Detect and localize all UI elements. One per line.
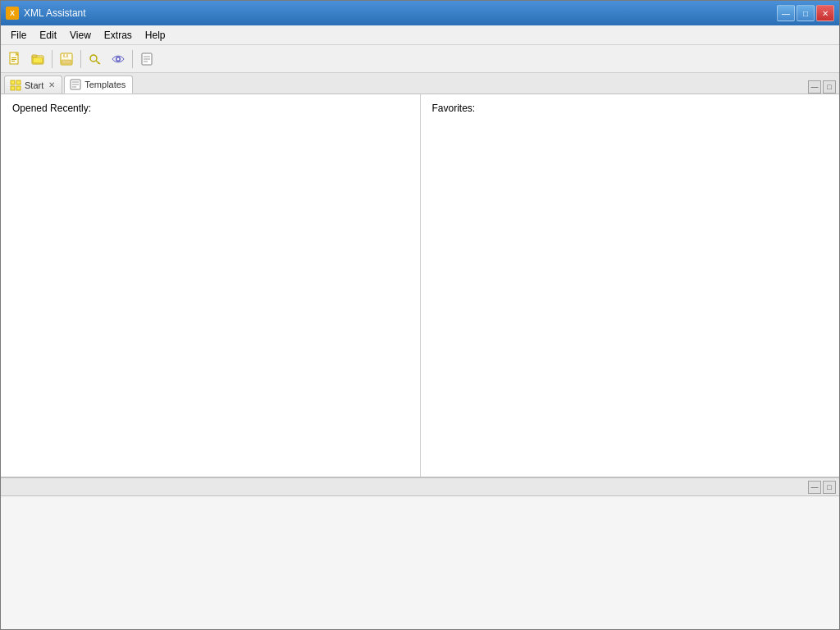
templates-tab-label: Templates [84, 80, 126, 89]
svg-point-11 [90, 55, 97, 62]
menu-view[interactable]: View [63, 28, 98, 43]
bottom-panel-header: — □ [1, 478, 839, 496]
menu-bar: File Edit View Extras Help [1, 25, 839, 45]
svg-rect-1 [11, 57, 16, 58]
svg-rect-2 [11, 59, 16, 60]
toolbar [1, 45, 839, 73]
main-window: X XML Assistant — □ ✕ File Edit View Ext… [0, 0, 840, 630]
svg-point-15 [117, 57, 120, 60]
start-content: Opened Recently: Favorites: [1, 94, 839, 477]
tab-templates[interactable]: Templates [64, 75, 133, 94]
svg-rect-5 [32, 55, 37, 57]
svg-rect-21 [11, 86, 15, 90]
view-button[interactable] [107, 48, 129, 70]
svg-rect-22 [16, 80, 21, 84]
svg-rect-23 [16, 86, 21, 90]
new-file-button[interactable] [4, 48, 25, 70]
start-tab-close[interactable]: ✕ [48, 80, 55, 89]
recently-opened-heading: Opened Recently: [12, 103, 409, 114]
bottom-minimize-button[interactable]: — [808, 481, 821, 494]
app-icon: X [6, 7, 19, 20]
save-button[interactable] [56, 48, 77, 70]
window-controls: — □ ✕ [777, 5, 834, 21]
window-title: XML Assistant [24, 7, 86, 19]
svg-rect-6 [33, 57, 43, 63]
bottom-panel-content [1, 496, 839, 629]
tab-bar: Start ✕ Templates — □ [1, 73, 839, 94]
title-bar-left: X XML Assistant [6, 7, 86, 20]
favorites-panel: Favorites: [421, 94, 840, 477]
key-button[interactable] [84, 48, 106, 70]
favorites-heading: Favorites: [432, 103, 829, 114]
main-content: Opened Recently: Favorites: — □ [1, 94, 839, 629]
start-tab-label: Start [25, 80, 43, 90]
toolbar-separator-1 [52, 50, 52, 68]
start-panel: Opened Recently: Favorites: [1, 94, 839, 477]
save-icon [59, 52, 74, 66]
title-bar: X XML Assistant — □ ✕ [1, 1, 839, 25]
menu-edit[interactable]: Edit [33, 28, 63, 43]
svg-rect-10 [62, 60, 71, 64]
tab-start[interactable]: Start ✕ [4, 75, 62, 94]
document-icon [139, 52, 154, 66]
bottom-panel: — □ [1, 477, 839, 629]
bottom-maximize-button[interactable]: □ [823, 481, 836, 494]
key-icon [88, 52, 103, 66]
toolbar-separator-2 [80, 50, 81, 68]
new-file-icon [7, 52, 22, 66]
eye-icon [111, 52, 126, 66]
start-tab-icon [10, 80, 21, 91]
menu-extras[interactable]: Extras [98, 28, 139, 43]
menu-file[interactable]: File [4, 28, 33, 43]
svg-rect-20 [11, 80, 15, 84]
open-file-icon [30, 52, 45, 66]
toolbar-separator-3 [132, 50, 133, 68]
svg-rect-9 [65, 54, 66, 57]
open-file-button[interactable] [27, 48, 48, 70]
minimize-button[interactable]: — [777, 5, 795, 21]
document-button[interactable] [136, 48, 158, 70]
menu-help[interactable]: Help [139, 28, 172, 43]
recently-opened-panel: Opened Recently: [1, 94, 421, 477]
close-button[interactable]: ✕ [816, 5, 834, 21]
maximize-button[interactable]: □ [797, 5, 815, 21]
svg-rect-3 [11, 61, 15, 62]
templates-tab-icon [70, 79, 81, 90]
tab-controls-right: — □ [808, 80, 839, 94]
tab-minimize-button[interactable]: — [808, 80, 821, 94]
tab-maximize-button[interactable]: □ [823, 80, 836, 94]
